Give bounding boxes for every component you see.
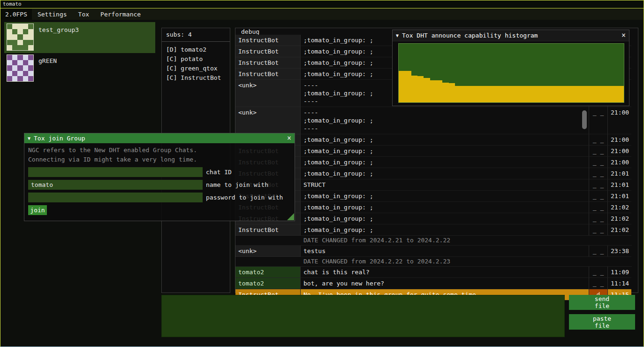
histogram-bar bbox=[405, 71, 411, 103]
message-flags: _ _ bbox=[589, 267, 608, 278]
member-item[interactable]: [D] tomato2 bbox=[166, 45, 226, 54]
menu-bar: 2.0FPS SettingsToxPerformance bbox=[0, 9, 644, 20]
tab-debug[interactable]: debug bbox=[241, 29, 259, 35]
chat-id-input[interactable] bbox=[28, 167, 203, 177]
members-list: [D] tomato2[C] potato[C] green_qtox[C] I… bbox=[166, 45, 226, 83]
collapse-arrow-icon[interactable]: ▼ bbox=[28, 136, 30, 141]
histogram-bar bbox=[549, 86, 555, 102]
join-window-titlebar[interactable]: ▼ Tox join Group × bbox=[24, 133, 295, 143]
message-time: 21:00 bbox=[608, 134, 631, 146]
histogram-bar bbox=[611, 86, 617, 102]
histogram-bar bbox=[561, 86, 568, 102]
message-flags: _ _ bbox=[589, 202, 608, 213]
histogram-bar bbox=[492, 86, 499, 102]
histogram-bar bbox=[486, 86, 492, 102]
window-title: tomato bbox=[3, 1, 22, 7]
histogram-bar bbox=[543, 86, 549, 102]
message-text: ;tomato_in_group: ; bbox=[301, 146, 589, 157]
date-divider: DATE CHANGED from 2024.2.21 to 2024.2.22 bbox=[235, 236, 632, 246]
histogram-bar bbox=[449, 83, 455, 102]
histogram-bar bbox=[505, 86, 511, 102]
histogram-bar bbox=[468, 86, 474, 102]
histogram-bar bbox=[474, 86, 480, 102]
message-flags: _ _ bbox=[589, 191, 608, 202]
menu-item-settings[interactable]: Settings bbox=[32, 9, 73, 20]
message-text: ;tomato_in_group: ; bbox=[301, 224, 589, 236]
members-separator bbox=[162, 41, 230, 42]
chat-message-row[interactable]: tomato2bot, are you new here?_ _11:14 bbox=[235, 278, 632, 289]
group-item-test_group3[interactable]: test_group3 bbox=[4, 22, 155, 53]
message-flags: _ _ bbox=[589, 179, 608, 191]
message-flags: _ _ bbox=[589, 134, 608, 146]
join-info-line: NGC refers to the New DHT enabled Group … bbox=[28, 146, 291, 155]
message-text: bot, are you new here? bbox=[301, 278, 589, 289]
message-text: STRUCT bbox=[301, 179, 589, 191]
message-text: testus bbox=[301, 246, 589, 257]
group-avatar bbox=[7, 54, 34, 82]
group-item-gREEN[interactable]: gREEN bbox=[4, 53, 155, 81]
join-info-line: Connecting via ID might take a very long… bbox=[28, 155, 291, 164]
chat-message-row[interactable]: tomato2chat is this real?_ _11:09 bbox=[235, 267, 632, 278]
message-flags: _ _ bbox=[589, 213, 608, 224]
close-icon[interactable]: × bbox=[287, 135, 291, 142]
message-sender: InstructBot bbox=[235, 46, 301, 57]
histogram-bar bbox=[574, 86, 580, 102]
message-time: 23:38 bbox=[608, 246, 631, 257]
members-panel-title: subs: 4 bbox=[166, 31, 226, 39]
paste-file-button[interactable]: paste file bbox=[569, 314, 635, 330]
name-to-join-with-input[interactable]: tomato bbox=[28, 180, 203, 190]
password-to-join-with-input[interactable] bbox=[28, 193, 203, 202]
histogram-bar bbox=[580, 86, 586, 102]
message-input[interactable] bbox=[161, 295, 565, 337]
histogram-bar bbox=[442, 83, 448, 103]
menu-items: SettingsToxPerformance bbox=[32, 9, 146, 20]
menu-item-tox[interactable]: Tox bbox=[73, 9, 95, 20]
histogram-window: ▼ Tox DHT announce capability histogram … bbox=[392, 30, 629, 106]
send-file-button[interactable]: send file bbox=[569, 295, 635, 310]
message-flags: _ _ bbox=[589, 107, 608, 134]
histogram-window-titlebar[interactable]: ▼ Tox DHT announce capability histogram … bbox=[393, 30, 629, 41]
message-flags: _ _ bbox=[589, 224, 608, 236]
histogram-plot bbox=[398, 43, 624, 103]
join-button[interactable]: join bbox=[28, 205, 47, 215]
message-sender: InstructBot bbox=[235, 224, 301, 236]
close-icon[interactable]: × bbox=[621, 32, 626, 39]
histogram-bar bbox=[399, 71, 405, 103]
chat-message-row[interactable]: InstructBot;tomato_in_group: ;_ _21:02 bbox=[235, 224, 632, 236]
member-item[interactable]: [C] InstructBot bbox=[166, 73, 226, 83]
menu-item-performance[interactable]: Performance bbox=[95, 9, 146, 20]
fps-counter: 2.0FPS bbox=[0, 9, 32, 20]
join-fields: chat IDtomatoname to join withpassword t… bbox=[28, 167, 291, 202]
chat-message-row[interactable]: <unk>testus_ _23:38 bbox=[235, 246, 632, 257]
message-flags: _ _ bbox=[589, 146, 608, 157]
histogram-bar bbox=[436, 80, 442, 103]
resize-grip[interactable] bbox=[287, 213, 294, 220]
histogram-bar bbox=[417, 76, 424, 102]
histogram-bar bbox=[605, 86, 611, 102]
group-avatar bbox=[7, 23, 34, 51]
message-time: 21:02 bbox=[608, 202, 631, 213]
message-time: 21:02 bbox=[608, 224, 631, 236]
member-item[interactable]: [C] green_qtox bbox=[166, 64, 226, 73]
message-sender: InstructBot bbox=[235, 69, 301, 80]
join-window-title: Tox join Group bbox=[34, 135, 85, 142]
join-field-row: tomatoname to join with bbox=[28, 180, 291, 190]
message-text: ;tomato_in_group: ; bbox=[301, 202, 589, 213]
message-text: ;tomato_in_group: ; bbox=[301, 134, 589, 146]
app-window: tomato 2.0FPS SettingsToxPerformance tes… bbox=[0, 0, 644, 347]
window-titlebar[interactable]: tomato bbox=[0, 0, 644, 8]
histogram-bar bbox=[530, 86, 536, 102]
histogram-bar bbox=[592, 86, 599, 102]
message-sender: tomato2 bbox=[235, 267, 301, 278]
message-text: ;tomato_in_group: ; bbox=[301, 191, 589, 202]
member-item[interactable]: [C] potato bbox=[166, 54, 226, 64]
collapse-arrow-icon[interactable]: ▼ bbox=[396, 33, 399, 38]
histogram-bar bbox=[424, 78, 430, 103]
histogram-bar bbox=[455, 86, 461, 102]
message-sender: tomato2 bbox=[235, 278, 301, 289]
chat-message-row[interactable]: <unk>---- ;tomato_in_group: ; ----_ _21:… bbox=[235, 107, 632, 134]
histogram-bar bbox=[586, 86, 592, 102]
message-time: 11:09 bbox=[608, 267, 631, 278]
chat-scrollbar-thumb[interactable] bbox=[582, 110, 587, 129]
message-time: 21:01 bbox=[608, 179, 631, 191]
